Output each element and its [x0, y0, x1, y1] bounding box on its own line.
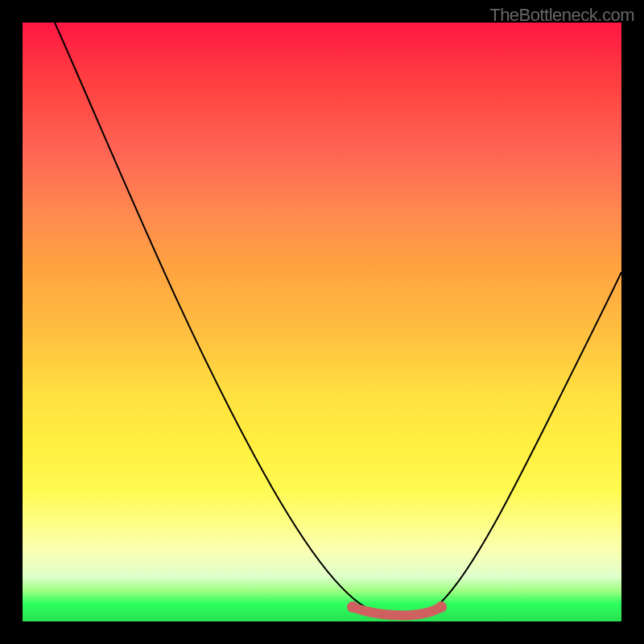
curve-layer [23, 23, 621, 621]
optimal-segment-start-dot [347, 601, 358, 613]
optimal-segment-end-dot [436, 601, 447, 613]
optimal-segment [353, 607, 441, 616]
bottleneck-curve [55, 23, 621, 616]
watermark-text: TheBottleneck.com [489, 5, 634, 26]
chart-frame: TheBottleneck.com [0, 0, 644, 644]
plot-area [23, 23, 621, 621]
